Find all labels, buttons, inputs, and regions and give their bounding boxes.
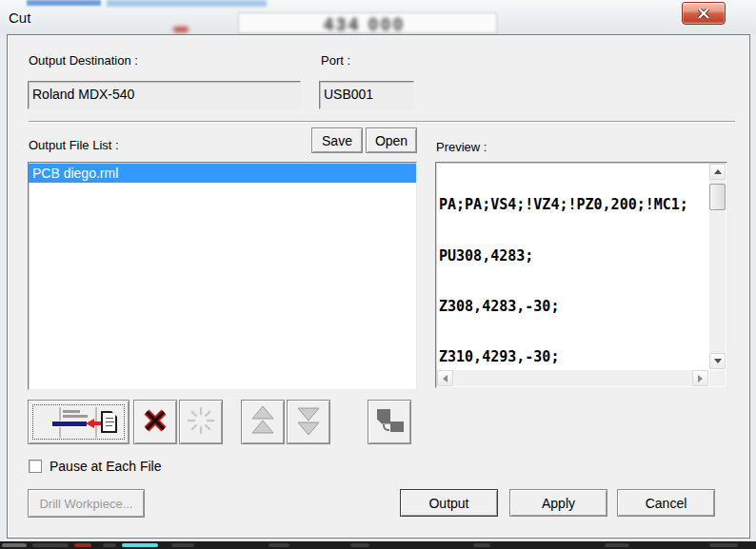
horizontal-scrollbar[interactable] xyxy=(437,370,708,386)
add-file-to-list-icon xyxy=(38,407,120,438)
port-value: USB001 xyxy=(319,81,414,109)
overlap-pages-icon xyxy=(370,407,408,438)
preview-text: PA;PA;VS4;!VZ4;!PZ0,200;!MC1; PU308,4283… xyxy=(439,164,706,368)
background-app-strip xyxy=(0,541,756,549)
background-window-fragment xyxy=(173,27,189,32)
scroll-down-button[interactable] xyxy=(709,353,726,369)
title-bar: 434 000 Cut xyxy=(0,0,756,34)
overlap-pages-button[interactable] xyxy=(368,400,411,444)
delete-x-icon xyxy=(142,407,169,437)
double-up-arrow-icon xyxy=(250,405,275,439)
drill-workpiece-button: Drill Workpiece... xyxy=(28,489,145,518)
output-destination-label: Output Destination : xyxy=(29,53,138,68)
vertical-scrollbar-thumb[interactable] xyxy=(709,184,726,210)
scroll-right-icon xyxy=(698,375,703,382)
scroll-down-icon xyxy=(714,359,722,363)
background-window-fragment xyxy=(238,12,497,33)
scroll-up-button[interactable] xyxy=(709,164,726,180)
starburst-icon xyxy=(187,406,215,438)
scroll-left-button[interactable] xyxy=(437,370,453,386)
close-button[interactable] xyxy=(682,2,726,25)
window-title: Cut xyxy=(9,10,30,26)
open-button[interactable]: Open xyxy=(366,127,417,153)
scroll-right-button[interactable] xyxy=(692,370,708,386)
preview-label: Preview : xyxy=(436,140,487,154)
output-button[interactable]: Output xyxy=(400,489,498,517)
pause-checkbox-label: Pause at Each File xyxy=(50,459,162,474)
output-file-list[interactable]: PCB diego.rml xyxy=(28,162,417,390)
scrollbar-corner xyxy=(709,370,726,386)
preview-pane[interactable]: PA;PA;VS4;!VZ4;!PZ0,200;!MC1; PU308,4283… xyxy=(435,162,727,388)
output-destination-value: Roland MDX-540 xyxy=(28,81,301,109)
move-up-button xyxy=(241,400,285,444)
output-file-list-label: Output File List : xyxy=(29,138,119,152)
separator xyxy=(29,121,735,123)
apply-button[interactable]: Apply xyxy=(509,489,607,517)
close-icon xyxy=(698,5,709,22)
starburst-button xyxy=(179,400,223,444)
vertical-scrollbar[interactable] xyxy=(709,164,726,369)
delete-file-button[interactable] xyxy=(133,400,177,444)
cancel-button[interactable]: Cancel xyxy=(617,489,715,517)
cut-dialog: Output Destination : Roland MDX-540 Port… xyxy=(7,34,750,539)
scroll-up-icon xyxy=(714,169,722,174)
save-button[interactable]: Save xyxy=(311,127,363,153)
move-down-button xyxy=(287,400,330,444)
background-window-ghost-text: 434 000 xyxy=(324,15,406,34)
background-window-fragment xyxy=(27,0,101,6)
pause-checkbox[interactable] xyxy=(29,460,42,473)
background-window-fragment xyxy=(107,0,267,7)
port-label: Port : xyxy=(321,53,350,68)
add-file-button[interactable] xyxy=(28,400,129,444)
list-item[interactable]: PCB diego.rml xyxy=(29,164,416,183)
scroll-left-icon xyxy=(443,375,448,382)
double-down-arrow-icon xyxy=(296,405,321,439)
